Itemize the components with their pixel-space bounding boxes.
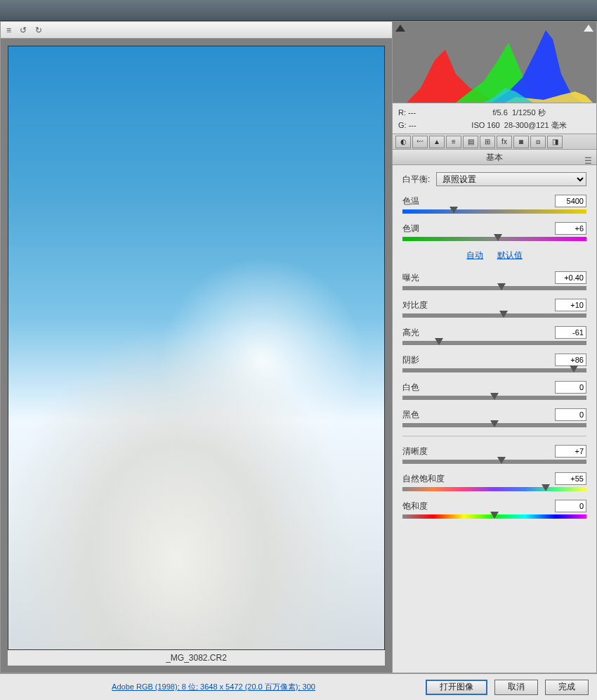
whites-thumb[interactable] <box>490 393 499 400</box>
contrast-label: 对比度 <box>402 299 428 311</box>
footer-bar: Adobe RGB (1998); 8 位; 3648 x 5472 (20.0… <box>0 673 597 700</box>
panel-title: 基本 <box>486 153 503 162</box>
shadows-thumb[interactable] <box>570 365 578 372</box>
blacks-thumb[interactable] <box>490 420 499 427</box>
shutter: 1/1250 秒 <box>512 108 546 117</box>
saturation-thumb[interactable] <box>490 512 499 519</box>
contrast-slider[interactable] <box>402 313 586 318</box>
temp-label: 色温 <box>402 195 419 207</box>
panel-tabs: ◐ ⬳ ▲ ≡ ▤ ⊞ fx ◙ ⧈ ◨ <box>393 134 596 150</box>
blacks-input[interactable] <box>555 408 586 421</box>
whites-row: 白色 <box>402 381 586 400</box>
tab-snapshots[interactable]: ◨ <box>547 136 563 148</box>
tab-split[interactable]: ▤ <box>463 136 478 148</box>
rotate-ccw-icon[interactable]: ↺ <box>20 25 27 35</box>
done-button[interactable]: 完成 <box>545 680 589 695</box>
contrast-thumb[interactable] <box>499 311 508 318</box>
vibrance-label: 自然饱和度 <box>402 473 445 485</box>
whites-slider[interactable] <box>402 396 586 400</box>
saturation-label: 饱和度 <box>402 500 428 512</box>
contrast-row: 对比度 <box>402 299 586 318</box>
tab-basic[interactable]: ◐ <box>395 136 411 148</box>
shadow-clip-icon[interactable] <box>395 25 405 32</box>
temp-slider[interactable] <box>402 209 586 214</box>
vibrance-slider[interactable] <box>402 487 586 491</box>
auto-link[interactable]: 自动 <box>466 250 483 260</box>
highlights-slider[interactable] <box>402 341 586 345</box>
separator <box>402 436 586 436</box>
panel-menu-icon[interactable]: ☰ <box>584 153 592 169</box>
vibrance-input[interactable] <box>555 472 586 485</box>
exposure-row: 曝光 <box>402 271 586 290</box>
temp-thumb[interactable] <box>450 207 458 214</box>
auto-default-row: 自动 默认值 <box>402 249 586 261</box>
wb-select[interactable]: 原照设置 <box>436 172 586 186</box>
controls-area: 白平衡: 原照设置 色温 色调 自动 默认值 曝光 <box>393 165 596 673</box>
default-link[interactable]: 默认值 <box>497 250 523 260</box>
highlight-clip-icon[interactable] <box>584 25 593 32</box>
shadows-label: 阴影 <box>402 354 419 366</box>
tab-hsl[interactable]: ≡ <box>446 136 461 148</box>
highlights-row: 高光 <box>402 326 586 345</box>
rgb-g: G: --- <box>398 119 447 131</box>
menu-icon[interactable]: ≡ <box>6 25 11 35</box>
tab-fx[interactable]: fx <box>497 136 512 148</box>
main-area: ≡ ↺ ↻ _MG_3082.CR2 <box>0 21 597 673</box>
whites-input[interactable] <box>555 381 586 394</box>
tab-lens[interactable]: ⊞ <box>480 136 495 148</box>
image-preview[interactable] <box>8 46 385 650</box>
tint-slider[interactable] <box>402 237 586 241</box>
title-bar <box>0 0 597 21</box>
preview-toolbar: ≡ ↺ ↻ <box>1 22 392 39</box>
white-balance-row: 白平衡: 原照设置 <box>402 172 586 186</box>
camera-raw-window: ≡ ↺ ↻ _MG_3082.CR2 <box>0 0 597 700</box>
clarity-row: 清晰度 <box>402 445 586 464</box>
histogram[interactable] <box>393 22 596 103</box>
highlights-input[interactable] <box>555 326 586 339</box>
highlights-thumb[interactable] <box>435 338 443 345</box>
contrast-input[interactable] <box>555 299 586 311</box>
exposure-slider[interactable] <box>402 286 586 290</box>
saturation-slider[interactable] <box>402 514 586 519</box>
exposure-thumb[interactable] <box>497 283 506 290</box>
tab-curve[interactable]: ⬳ <box>412 136 428 148</box>
saturation-row: 饱和度 <box>402 500 586 519</box>
shadows-slider[interactable] <box>402 368 586 372</box>
rotate-cw-icon[interactable]: ↻ <box>35 25 42 35</box>
whites-label: 白色 <box>402 382 419 394</box>
left-panel: ≡ ↺ ↻ _MG_3082.CR2 <box>1 22 393 673</box>
tab-detail[interactable]: ▲ <box>429 136 445 148</box>
tint-label: 色调 <box>402 223 419 235</box>
tint-thumb[interactable] <box>494 234 502 241</box>
saturation-input[interactable] <box>555 500 586 512</box>
workflow-link[interactable]: Adobe RGB (1998); 8 位; 3648 x 5472 (20.0… <box>8 682 419 692</box>
preview-container: _MG_3082.CR2 <box>1 39 392 673</box>
open-image-button[interactable]: 打开图像 <box>426 680 487 695</box>
blacks-label: 黑色 <box>402 409 419 421</box>
metadata-bar: R: --- G: --- B: --- f/5.6 1/1250 秒 ISO … <box>393 103 596 134</box>
blacks-slider[interactable] <box>402 423 586 427</box>
cancel-button[interactable]: 取消 <box>494 680 538 695</box>
tab-presets[interactable]: ⧈ <box>530 136 546 148</box>
panel-title-bar: 基本 ☰ <box>393 150 596 165</box>
highlights-label: 高光 <box>402 327 419 339</box>
rgb-r: R: --- <box>398 106 447 119</box>
exposure-input[interactable] <box>555 271 586 284</box>
vibrance-row: 自然饱和度 <box>402 472 586 491</box>
tab-camera[interactable]: ◙ <box>513 136 529 148</box>
iso: ISO 160 <box>471 121 499 129</box>
clarity-slider[interactable] <box>402 460 586 464</box>
wb-label: 白平衡: <box>402 174 436 186</box>
temp-row: 色温 <box>402 195 586 214</box>
aperture: f/5.6 <box>492 108 507 117</box>
clarity-input[interactable] <box>555 445 586 458</box>
temp-input[interactable] <box>555 195 586 207</box>
right-panel: R: --- G: --- B: --- f/5.6 1/1250 秒 ISO … <box>393 22 596 673</box>
lens: 28-300@121 毫米 <box>504 121 567 129</box>
shadows-input[interactable] <box>555 354 586 366</box>
blacks-row: 黑色 <box>402 408 586 427</box>
vibrance-thumb[interactable] <box>542 484 550 491</box>
clarity-label: 清晰度 <box>402 446 428 458</box>
clarity-thumb[interactable] <box>497 457 506 464</box>
tint-input[interactable] <box>555 222 586 235</box>
